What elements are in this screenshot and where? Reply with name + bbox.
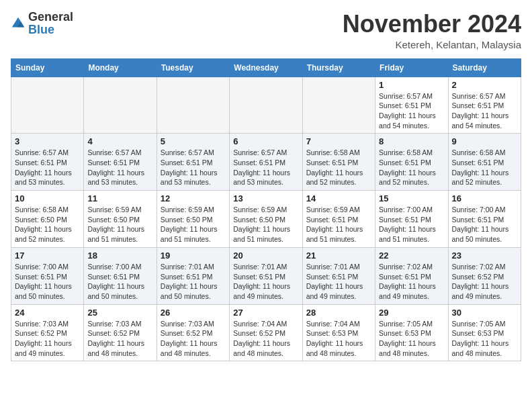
daylight-info: and 52 minutes. (306, 177, 371, 187)
daylight-info: and 51 minutes. (233, 234, 298, 244)
calendar-day: 6Sunrise: 6:57 AMSunset: 6:51 PMDaylight… (230, 134, 302, 191)
calendar-day: 8Sunrise: 6:58 AMSunset: 6:51 PMDaylight… (375, 134, 448, 191)
sunrise-info: Sunrise: 7:05 AM (452, 319, 517, 329)
calendar-day: 27Sunrise: 7:04 AMSunset: 6:52 PMDayligh… (230, 304, 302, 361)
daylight-info: and 52 minutes. (452, 177, 517, 187)
day-info: Sunrise: 7:04 AMSunset: 6:53 PMDaylight:… (306, 319, 371, 359)
page-header: General Blue November 2024 Ketereh, Kela… (11, 11, 521, 50)
calendar-day: 2Sunrise: 6:57 AMSunset: 6:51 PMDaylight… (448, 77, 521, 134)
daylight-info: and 49 minutes. (233, 291, 298, 302)
day-number: 29 (379, 308, 444, 318)
day-number: 1 (379, 80, 444, 90)
sunrise-info: Sunrise: 6:57 AM (87, 148, 152, 158)
day-number: 11 (87, 193, 152, 203)
day-number: 21 (306, 250, 371, 261)
calendar-day: 29Sunrise: 7:05 AMSunset: 6:53 PMDayligh… (375, 304, 448, 361)
daylight-info: Daylight: 11 hours (161, 168, 226, 178)
daylight-info: Daylight: 11 hours (306, 224, 371, 234)
daylight-info: and 50 minutes. (87, 291, 152, 302)
sunrise-info: Sunrise: 6:57 AM (379, 91, 444, 101)
sunrise-info: Sunrise: 6:57 AM (15, 148, 80, 158)
day-info: Sunrise: 6:58 AMSunset: 6:50 PMDaylight:… (15, 205, 80, 244)
sunset-info: Sunset: 6:51 PM (87, 158, 152, 168)
calendar-week-row: 3Sunrise: 6:57 AMSunset: 6:51 PMDaylight… (11, 134, 521, 191)
calendar-day: 9Sunrise: 6:58 AMSunset: 6:51 PMDaylight… (448, 134, 521, 191)
day-info: Sunrise: 6:57 AMSunset: 6:51 PMDaylight:… (15, 148, 80, 187)
daylight-info: Daylight: 11 hours (87, 338, 152, 349)
daylight-info: Daylight: 11 hours (379, 281, 444, 291)
day-number: 25 (87, 308, 152, 318)
day-number: 17 (15, 250, 80, 261)
daylight-info: Daylight: 11 hours (306, 281, 371, 291)
daylight-info: Daylight: 11 hours (452, 224, 517, 234)
day-number: 26 (161, 308, 226, 318)
sunrise-info: Sunrise: 6:59 AM (233, 205, 298, 215)
day-number: 7 (306, 136, 371, 146)
sunrise-info: Sunrise: 7:00 AM (15, 262, 80, 272)
sunset-info: Sunset: 6:51 PM (306, 158, 371, 168)
calendar-week-row: 10Sunrise: 6:58 AMSunset: 6:50 PMDayligh… (11, 191, 521, 248)
daylight-info: Daylight: 11 hours (452, 168, 517, 178)
sunrise-info: Sunrise: 6:59 AM (87, 205, 152, 215)
daylight-info: and 48 minutes. (87, 349, 152, 359)
day-info: Sunrise: 6:58 AMSunset: 6:51 PMDaylight:… (306, 148, 371, 187)
daylight-info: and 48 minutes. (233, 349, 298, 359)
calendar-day (84, 77, 157, 134)
calendar-day: 17Sunrise: 7:00 AMSunset: 6:51 PMDayligh… (11, 247, 84, 304)
day-info: Sunrise: 7:03 AMSunset: 6:52 PMDaylight:… (15, 319, 80, 359)
sunrise-info: Sunrise: 7:02 AM (379, 262, 444, 272)
daylight-info: and 53 minutes. (87, 177, 152, 187)
day-number: 22 (379, 250, 444, 261)
day-info: Sunrise: 7:01 AMSunset: 6:51 PMDaylight:… (306, 262, 371, 302)
sunset-info: Sunset: 6:51 PM (452, 158, 517, 168)
calendar-header-row: SundayMondayTuesdayWednesdayThursdayFrid… (11, 58, 521, 77)
logo-general: General (28, 10, 73, 24)
day-info: Sunrise: 7:05 AMSunset: 6:53 PMDaylight:… (452, 319, 517, 359)
calendar-day: 16Sunrise: 7:00 AMSunset: 6:51 PMDayligh… (448, 191, 521, 248)
day-number: 14 (306, 193, 371, 203)
daylight-info: and 50 minutes. (452, 234, 517, 244)
day-info: Sunrise: 6:57 AMSunset: 6:51 PMDaylight:… (452, 91, 517, 131)
day-number: 5 (161, 136, 226, 146)
daylight-info: Daylight: 11 hours (233, 224, 298, 234)
daylight-info: Daylight: 11 hours (452, 281, 517, 291)
calendar-day: 13Sunrise: 6:59 AMSunset: 6:50 PMDayligh… (230, 191, 302, 248)
sunset-info: Sunset: 6:51 PM (15, 272, 80, 282)
day-info: Sunrise: 6:59 AMSunset: 6:50 PMDaylight:… (233, 205, 298, 244)
location-title: Ketereh, Kelantan, Malaysia (343, 39, 521, 50)
calendar-day (302, 77, 375, 134)
daylight-info: Daylight: 11 hours (379, 224, 444, 234)
sunset-info: Sunset: 6:52 PM (233, 328, 298, 338)
daylight-info: Daylight: 11 hours (161, 338, 226, 349)
column-header-monday: Monday (84, 58, 157, 77)
day-number: 3 (15, 136, 80, 146)
day-info: Sunrise: 7:00 AMSunset: 6:51 PMDaylight:… (379, 205, 444, 244)
sunrise-info: Sunrise: 7:00 AM (452, 205, 517, 215)
daylight-info: Daylight: 11 hours (306, 168, 371, 178)
sunset-info: Sunset: 6:51 PM (379, 158, 444, 168)
daylight-info: Daylight: 11 hours (233, 338, 298, 349)
day-info: Sunrise: 6:59 AMSunset: 6:50 PMDaylight:… (161, 205, 226, 244)
calendar-day: 14Sunrise: 6:59 AMSunset: 6:51 PMDayligh… (302, 191, 375, 248)
daylight-info: Daylight: 11 hours (233, 281, 298, 291)
day-info: Sunrise: 7:04 AMSunset: 6:52 PMDaylight:… (233, 319, 298, 359)
daylight-info: Daylight: 11 hours (306, 338, 371, 349)
day-number: 20 (233, 250, 298, 261)
daylight-info: and 51 minutes. (306, 234, 371, 244)
daylight-info: and 54 minutes. (452, 121, 517, 131)
daylight-info: and 53 minutes. (233, 177, 298, 187)
sunrise-info: Sunrise: 7:03 AM (15, 319, 80, 329)
calendar-table: SundayMondayTuesdayWednesdayThursdayFrid… (11, 58, 521, 362)
daylight-info: Daylight: 11 hours (452, 338, 517, 349)
sunrise-info: Sunrise: 6:59 AM (161, 205, 226, 215)
daylight-info: Daylight: 11 hours (161, 281, 226, 291)
logo-blue: Blue (28, 23, 54, 36)
daylight-info: Daylight: 11 hours (15, 224, 80, 234)
daylight-info: and 50 minutes. (15, 291, 80, 302)
daylight-info: and 49 minutes. (15, 349, 80, 359)
sunrise-info: Sunrise: 6:58 AM (306, 148, 371, 158)
sunset-info: Sunset: 6:51 PM (233, 272, 298, 282)
month-title: November 2024 (343, 11, 521, 38)
sunset-info: Sunset: 6:52 PM (452, 272, 517, 282)
daylight-info: and 53 minutes. (161, 177, 226, 187)
